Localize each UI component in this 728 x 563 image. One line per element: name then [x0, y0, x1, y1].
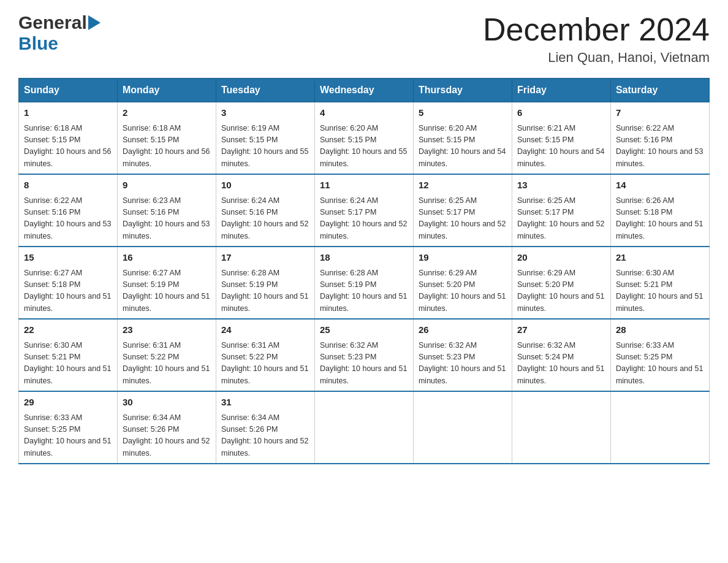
day-info: Sunrise: 6:24 AMSunset: 5:16 PMDaylight:…: [221, 195, 309, 243]
day-info: Sunrise: 6:33 AMSunset: 5:25 PMDaylight:…: [616, 340, 704, 388]
day-info: Sunrise: 6:22 AMSunset: 5:16 PMDaylight:…: [616, 123, 704, 170]
col-thursday: Thursday: [413, 79, 512, 102]
calendar-cell: 6 Sunrise: 6:21 AMSunset: 5:15 PMDayligh…: [512, 102, 610, 175]
day-number: 28: [616, 323, 704, 337]
day-number: 14: [616, 178, 704, 193]
calendar-cell: 11 Sunrise: 6:24 AMSunset: 5:17 PMDaylig…: [314, 174, 413, 247]
calendar-cell: 23 Sunrise: 6:31 AMSunset: 5:22 PMDaylig…: [117, 319, 216, 391]
calendar-cell: 3 Sunrise: 6:19 AMSunset: 5:15 PMDayligh…: [216, 102, 314, 175]
day-info: Sunrise: 6:23 AMSunset: 5:16 PMDaylight:…: [123, 195, 211, 243]
calendar-week-3: 15 Sunrise: 6:27 AMSunset: 5:18 PMDaylig…: [19, 247, 710, 319]
svg-marker-0: [88, 15, 100, 30]
day-number: 6: [517, 106, 605, 120]
calendar-cell: 14 Sunrise: 6:26 AMSunset: 5:18 PMDaylig…: [610, 174, 709, 247]
day-number: 3: [221, 106, 309, 120]
calendar-cell: 22 Sunrise: 6:30 AMSunset: 5:21 PMDaylig…: [19, 319, 118, 391]
day-number: 10: [221, 178, 309, 193]
logo: General Blue: [18, 12, 102, 54]
calendar-cell: 10 Sunrise: 6:24 AMSunset: 5:16 PMDaylig…: [216, 174, 314, 247]
calendar-cell: 24 Sunrise: 6:31 AMSunset: 5:22 PMDaylig…: [216, 319, 314, 391]
calendar-cell: 28 Sunrise: 6:33 AMSunset: 5:25 PMDaylig…: [610, 319, 709, 391]
calendar-cell: 13 Sunrise: 6:25 AMSunset: 5:17 PMDaylig…: [512, 174, 610, 247]
day-info: Sunrise: 6:32 AMSunset: 5:23 PMDaylight:…: [419, 340, 507, 388]
day-info: Sunrise: 6:25 AMSunset: 5:17 PMDaylight:…: [517, 195, 605, 243]
day-info: Sunrise: 6:31 AMSunset: 5:22 PMDaylight:…: [123, 340, 211, 388]
day-number: 26: [419, 323, 507, 337]
day-info: Sunrise: 6:31 AMSunset: 5:22 PMDaylight:…: [221, 340, 309, 388]
calendar-week-5: 29 Sunrise: 6:33 AMSunset: 5:25 PMDaylig…: [19, 391, 710, 464]
col-wednesday: Wednesday: [314, 79, 413, 102]
day-number: 18: [320, 251, 408, 265]
day-info: Sunrise: 6:30 AMSunset: 5:21 PMDaylight:…: [616, 267, 704, 315]
calendar-cell: 21 Sunrise: 6:30 AMSunset: 5:21 PMDaylig…: [610, 247, 709, 319]
calendar-week-2: 8 Sunrise: 6:22 AMSunset: 5:16 PMDayligh…: [19, 174, 710, 247]
day-number: 5: [419, 106, 507, 120]
day-info: Sunrise: 6:26 AMSunset: 5:18 PMDaylight:…: [616, 195, 704, 243]
day-number: 9: [123, 178, 211, 193]
day-info: Sunrise: 6:25 AMSunset: 5:17 PMDaylight:…: [419, 195, 507, 243]
calendar-cell: 17 Sunrise: 6:28 AMSunset: 5:19 PMDaylig…: [216, 247, 314, 319]
col-friday: Friday: [512, 79, 610, 102]
calendar-cell: [413, 391, 512, 464]
calendar-cell: 26 Sunrise: 6:32 AMSunset: 5:23 PMDaylig…: [413, 319, 512, 391]
calendar-cell: [314, 391, 413, 464]
day-info: Sunrise: 6:27 AMSunset: 5:18 PMDaylight:…: [24, 267, 112, 315]
calendar-cell: 12 Sunrise: 6:25 AMSunset: 5:17 PMDaylig…: [413, 174, 512, 247]
col-sunday: Sunday: [19, 79, 118, 102]
day-info: Sunrise: 6:29 AMSunset: 5:20 PMDaylight:…: [419, 267, 507, 315]
day-info: Sunrise: 6:19 AMSunset: 5:15 PMDaylight:…: [221, 123, 309, 170]
day-number: 25: [320, 323, 408, 337]
calendar-cell: 30 Sunrise: 6:34 AMSunset: 5:26 PMDaylig…: [117, 391, 216, 464]
day-number: 20: [517, 251, 605, 265]
calendar-cell: 2 Sunrise: 6:18 AMSunset: 5:15 PMDayligh…: [117, 102, 216, 175]
calendar-cell: 8 Sunrise: 6:22 AMSunset: 5:16 PMDayligh…: [19, 174, 118, 247]
day-number: 30: [123, 396, 211, 410]
day-info: Sunrise: 6:33 AMSunset: 5:25 PMDaylight:…: [24, 412, 112, 460]
calendar-cell: 7 Sunrise: 6:22 AMSunset: 5:16 PMDayligh…: [610, 102, 709, 175]
day-info: Sunrise: 6:20 AMSunset: 5:15 PMDaylight:…: [419, 123, 507, 170]
day-number: 23: [123, 323, 211, 337]
day-info: Sunrise: 6:21 AMSunset: 5:15 PMDaylight:…: [517, 123, 605, 170]
calendar-cell: [512, 391, 610, 464]
day-info: Sunrise: 6:32 AMSunset: 5:23 PMDaylight:…: [320, 340, 408, 388]
calendar-cell: [610, 391, 709, 464]
calendar-cell: 16 Sunrise: 6:27 AMSunset: 5:19 PMDaylig…: [117, 247, 216, 319]
day-info: Sunrise: 6:32 AMSunset: 5:24 PMDaylight:…: [517, 340, 605, 388]
month-title: December 2024: [483, 12, 710, 47]
day-number: 24: [221, 323, 309, 337]
day-number: 2: [123, 106, 211, 120]
calendar-cell: 4 Sunrise: 6:20 AMSunset: 5:15 PMDayligh…: [314, 102, 413, 175]
day-number: 15: [24, 251, 112, 265]
calendar-cell: 15 Sunrise: 6:27 AMSunset: 5:18 PMDaylig…: [19, 247, 118, 319]
calendar-cell: 1 Sunrise: 6:18 AMSunset: 5:15 PMDayligh…: [19, 102, 118, 175]
day-info: Sunrise: 6:27 AMSunset: 5:19 PMDaylight:…: [123, 267, 211, 315]
day-info: Sunrise: 6:18 AMSunset: 5:15 PMDaylight:…: [24, 123, 112, 170]
day-info: Sunrise: 6:29 AMSunset: 5:20 PMDaylight:…: [517, 267, 605, 315]
day-info: Sunrise: 6:22 AMSunset: 5:16 PMDaylight:…: [24, 195, 112, 243]
calendar-cell: 20 Sunrise: 6:29 AMSunset: 5:20 PMDaylig…: [512, 247, 610, 319]
day-info: Sunrise: 6:28 AMSunset: 5:19 PMDaylight:…: [320, 267, 408, 315]
calendar-cell: 19 Sunrise: 6:29 AMSunset: 5:20 PMDaylig…: [413, 247, 512, 319]
day-number: 1: [24, 106, 112, 120]
calendar-header-row: Sunday Monday Tuesday Wednesday Thursday…: [19, 79, 710, 102]
day-number: 21: [616, 251, 704, 265]
day-number: 16: [123, 251, 211, 265]
day-number: 12: [419, 178, 507, 193]
day-info: Sunrise: 6:34 AMSunset: 5:26 PMDaylight:…: [123, 412, 211, 460]
calendar-cell: 27 Sunrise: 6:32 AMSunset: 5:24 PMDaylig…: [512, 319, 610, 391]
day-info: Sunrise: 6:20 AMSunset: 5:15 PMDaylight:…: [320, 123, 408, 170]
page-header: General Blue December 2024 Lien Quan, Ha…: [18, 12, 710, 66]
calendar-cell: 18 Sunrise: 6:28 AMSunset: 5:19 PMDaylig…: [314, 247, 413, 319]
day-number: 7: [616, 106, 704, 120]
calendar-week-1: 1 Sunrise: 6:18 AMSunset: 5:15 PMDayligh…: [19, 102, 710, 175]
calendar-cell: 5 Sunrise: 6:20 AMSunset: 5:15 PMDayligh…: [413, 102, 512, 175]
logo-blue: Blue: [18, 33, 58, 53]
calendar-table: Sunday Monday Tuesday Wednesday Thursday…: [18, 78, 710, 464]
calendar-cell: 25 Sunrise: 6:32 AMSunset: 5:23 PMDaylig…: [314, 319, 413, 391]
day-number: 19: [419, 251, 507, 265]
col-saturday: Saturday: [610, 79, 709, 102]
day-number: 29: [24, 396, 112, 410]
day-number: 4: [320, 106, 408, 120]
day-number: 17: [221, 251, 309, 265]
calendar-cell: 29 Sunrise: 6:33 AMSunset: 5:25 PMDaylig…: [19, 391, 118, 464]
